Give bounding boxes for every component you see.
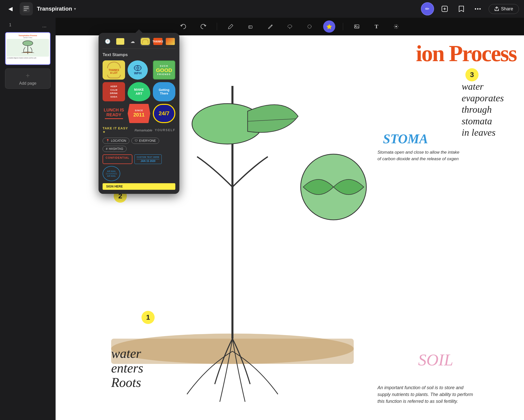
svg-marker-11 — [327, 24, 332, 29]
image-tool-button[interactable] — [351, 20, 363, 33]
more-button[interactable]: ••• — [472, 3, 484, 15]
stamp-conf-label: CONFIDENTIAL — [106, 156, 129, 159]
profile-button[interactable]: ✏ — [421, 2, 434, 15]
location-icon: 📍 — [106, 139, 110, 143]
pen-tool-button[interactable] — [225, 20, 237, 33]
sticker-tool-button[interactable] — [323, 20, 335, 33]
toolbar-separator-2 — [343, 23, 343, 30]
lasso-tool-button[interactable] — [284, 20, 296, 33]
sticker-yourself[interactable]: YOURSELF — [155, 125, 175, 135]
sign-here-label: SIGN HERE — [106, 185, 123, 188]
undo-button[interactable] — [177, 20, 189, 33]
sticker-remarkable[interactable]: Remarkable — [135, 125, 152, 135]
magic-tool-button[interactable] — [390, 20, 402, 33]
svg-line-20 — [395, 28, 395, 28]
hashtag-icon: # — [106, 147, 108, 151]
text-tool-button[interactable]: T — [370, 20, 383, 33]
svg-line-21 — [397, 25, 398, 26]
sticker-thanks-a-lot[interactable]: THANKSA LOT — [103, 60, 125, 80]
badge-location-label: LOCATION — [111, 139, 126, 143]
toolbar-separator — [217, 23, 217, 30]
app-icon — [20, 2, 33, 15]
share-button[interactable]: Share — [489, 4, 519, 14]
svg-rect-1 — [24, 6, 29, 7]
soil-title: SOIL — [418, 350, 453, 369]
add-page-button[interactable] — [439, 3, 451, 15]
svg-point-9 — [288, 25, 292, 28]
sticker-tab-stamps3[interactable] — [165, 37, 175, 46]
canvas-title: ion Process — [416, 40, 516, 66]
sticker-make-art[interactable]: MAKEART — [128, 82, 150, 101]
doc-title[interactable]: Transpiration ▾ — [37, 6, 76, 12]
stamp-confidential[interactable]: CONFIDENTIAL — [103, 154, 132, 164]
stamp-air-mail[interactable]: AIR MAIL 21/10/2021 AIR MAIL — [103, 166, 120, 181]
stamp-custom-date[interactable]: CUSTOM TEXT HERE JAN 15 2020 — [134, 154, 162, 164]
sticker-24-7[interactable]: 24/7 — [153, 104, 175, 123]
add-page-button[interactable]: + Add page — [5, 68, 51, 89]
bookmark-button[interactable] — [455, 3, 467, 15]
redo-button[interactable] — [197, 20, 209, 33]
svg-point-22 — [395, 26, 397, 27]
air-mail-date: 21/10/2021 — [106, 172, 117, 175]
top-bar-right: ✏ ••• Share — [421, 2, 519, 15]
sticker-section-title: Text Stamps — [103, 52, 175, 57]
soil-description: An important function of soil is to stor… — [377, 384, 473, 405]
shield-icon: 🛡 — [135, 139, 138, 143]
sidebar: 1 ... Transpiration Process WATER TYPES … — [0, 18, 56, 420]
badge-1-label: 1 — [146, 313, 150, 321]
page-thumbnail[interactable]: Transpiration Process WATER TYPES a comp… — [5, 32, 51, 65]
water-evap-text: waterevaporatesthroughstomatain leaves — [462, 81, 504, 138]
sticker-wfh[interactable]: WFH — [128, 60, 148, 80]
sticker-tab-stamps2[interactable]: THANKS — [153, 37, 163, 46]
badge-hashtag-label: HASHTAG — [109, 147, 123, 151]
profile-icon: ✏ — [425, 6, 430, 12]
sticker-tabs: 🕐 ☁ THANKS — [103, 37, 175, 49]
more-icon: ••• — [474, 6, 481, 12]
number-badge-3: 3 — [465, 68, 479, 81]
back-icon: ◀ — [8, 6, 13, 12]
badge-everyone[interactable]: 🛡 EVERYONE — [131, 138, 159, 144]
water-enters-text: waterentersRoots — [111, 346, 143, 390]
page-options-button[interactable]: ... — [42, 23, 46, 29]
number-badge-1: 1 — [141, 311, 155, 324]
sticker-keep-calm[interactable]: KEEPCALMDRINKSODA — [103, 82, 125, 101]
sticker-tab-color[interactable] — [115, 37, 125, 46]
sticker-take-it-easy[interactable]: TAKE IT EASY ✦ — [103, 125, 132, 135]
sign-here-container: SIGN HERE — [103, 183, 175, 190]
sticker-tab-stamps1[interactable] — [140, 37, 150, 46]
sticker-badges-row: 📍 LOCATION 🛡 EVERYONE # HASHTAG — [103, 138, 175, 152]
eraser-tool-button[interactable] — [244, 20, 256, 33]
sticker-grid: THANKSA LOT WFH SUCH GOOD FRIENDS KEEPCA… — [103, 60, 175, 123]
sticker-such-good-friends[interactable]: SUCH GOOD FRIENDS — [153, 60, 175, 80]
badge-everyone-label: EVERYONE — [139, 139, 156, 143]
document-stamps-row: CONFIDENTIAL CUSTOM TEXT HERE JAN 15 202… — [103, 154, 175, 181]
add-page-label: Add page — [19, 81, 37, 86]
badge-location[interactable]: 📍 LOCATION — [103, 138, 129, 144]
back-button[interactable]: ◀ — [5, 4, 16, 14]
svg-rect-3 — [24, 10, 27, 11]
svg-rect-2 — [24, 8, 29, 9]
sticker-panel: 🕐 ☁ THANKS Text Stamps THANKS — [99, 33, 179, 194]
add-icon: + — [26, 72, 30, 80]
badge-3-label: 3 — [470, 71, 474, 79]
shapes-tool-button[interactable] — [303, 20, 316, 33]
svg-line-18 — [395, 25, 395, 26]
chevron-down-icon: ▾ — [74, 7, 76, 11]
thumb-image — [7, 39, 49, 57]
stoma-title: STOMA — [383, 131, 428, 146]
sticker-getting-there[interactable]: GettingThere — [153, 82, 175, 101]
text-stamps-row: TAKE IT EASY ✦ Remarkable YOURSELF — [103, 125, 175, 135]
sticker-lunch-is-ready[interactable]: LUNCH ISREADY — [103, 104, 125, 123]
badge-hashtag[interactable]: # HASHTAG — [103, 146, 127, 152]
cloud-icon: ☁ — [130, 39, 135, 44]
top-bar: ◀ Transpiration ▾ ✏ ••• Share — [0, 0, 524, 18]
stamp-sign-here[interactable]: SIGN HERE — [103, 183, 175, 190]
pencil-tool-button[interactable] — [264, 20, 276, 33]
sticker-since-2011[interactable]: SINCE 2011 — [128, 104, 150, 123]
air-mail-top-label: AIR MAIL — [107, 170, 116, 172]
sticker-tab-recent[interactable]: 🕐 — [103, 37, 113, 46]
svg-rect-7 — [249, 26, 252, 28]
sticker-tab-cloud[interactable]: ☁ — [128, 37, 138, 46]
doc-title-text: Transpiration — [37, 6, 72, 12]
svg-point-10 — [308, 25, 311, 28]
